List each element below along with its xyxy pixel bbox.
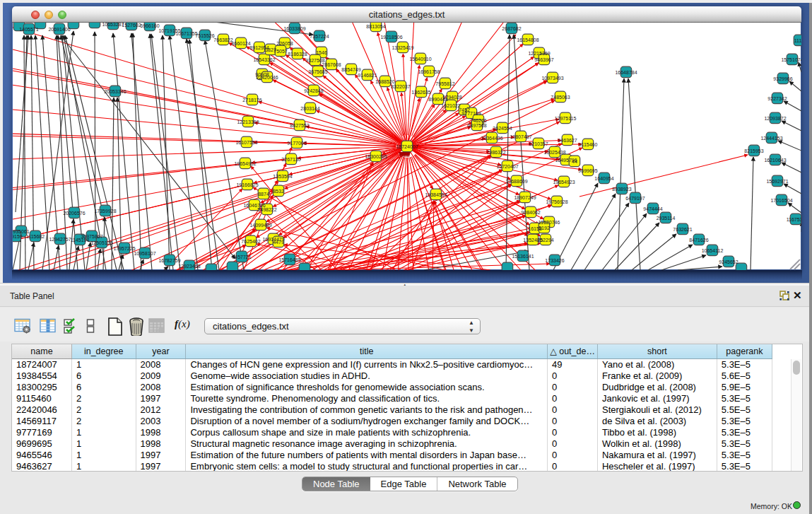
svg-text:18907249: 18907249 (514, 195, 536, 200)
svg-text:8215953: 8215953 (744, 148, 763, 153)
svg-text:16782759: 16782759 (158, 258, 180, 263)
svg-text:16961758: 16961758 (418, 69, 440, 74)
svg-text:9699695: 9699695 (578, 168, 597, 173)
svg-text:6479197: 6479197 (625, 196, 645, 201)
svg-text:15720407: 15720407 (496, 164, 518, 169)
svg-text:1546: 1546 (316, 50, 327, 55)
svg-text:15751074: 15751074 (781, 57, 801, 62)
svg-text:12444153: 12444153 (760, 136, 782, 141)
svg-text:8427552: 8427552 (290, 123, 309, 128)
svg-text:10958107: 10958107 (134, 251, 155, 256)
svg-text:6794028: 6794028 (442, 95, 461, 100)
svg-text:7663822: 7663822 (213, 37, 233, 42)
svg-text:1588520: 1588520 (375, 79, 394, 84)
svg-text:10671355: 10671355 (175, 31, 197, 36)
svg-text:20206576: 20206576 (63, 211, 85, 216)
svg-text:1167533: 1167533 (787, 217, 801, 222)
svg-text:8471626: 8471626 (689, 238, 708, 243)
svg-text:12213369: 12213369 (237, 119, 259, 124)
svg-text:3675685: 3675685 (308, 69, 327, 74)
svg-text:9463627: 9463627 (558, 138, 577, 143)
svg-text:7357224: 7357224 (310, 34, 329, 39)
svg-text:19166825: 19166825 (236, 182, 258, 187)
svg-text:4479: 4479 (273, 240, 284, 245)
svg-text:5192: 5192 (539, 226, 550, 230)
svg-text:16543362: 16543362 (253, 57, 275, 62)
svg-text:16107554: 16107554 (235, 140, 257, 145)
svg-text:44: 44 (572, 159, 577, 164)
svg-text:10653287: 10653287 (102, 23, 124, 27)
svg-text:6497568: 6497568 (467, 123, 486, 128)
svg-text:1353594: 1353594 (273, 174, 292, 179)
svg-text:2718176: 2718176 (242, 98, 261, 103)
svg-text:19218506: 19218506 (380, 35, 402, 40)
svg-text:935061: 935061 (13, 229, 29, 234)
svg-text:15640910: 15640910 (409, 57, 431, 62)
svg-text:9457721: 9457721 (232, 255, 251, 259)
svg-text:5498222: 5498222 (257, 207, 276, 212)
svg-text:9245652: 9245652 (719, 259, 738, 264)
svg-text:6966160: 6966160 (140, 23, 159, 28)
svg-text:9115460: 9115460 (579, 142, 598, 147)
svg-text:10807487: 10807487 (510, 134, 531, 139)
svg-text:18300295: 18300295 (365, 154, 387, 159)
svg-text:16648784: 16648784 (615, 70, 637, 75)
svg-text:19756928: 19756928 (546, 199, 567, 204)
svg-text:8532: 8532 (273, 189, 284, 194)
svg-text:8322037: 8322037 (391, 84, 410, 89)
svg-text:9474444: 9474444 (643, 206, 662, 211)
svg-text:9177006: 9177006 (287, 141, 306, 146)
svg-text:1733426: 1733426 (545, 258, 564, 263)
svg-text:2687682: 2687682 (502, 26, 521, 31)
svg-text:12942757: 12942757 (49, 237, 71, 242)
svg-text:1621022: 1621022 (441, 103, 460, 108)
svg-text:39159: 39159 (13, 234, 23, 239)
svg-text:7955812: 7955812 (435, 81, 454, 86)
svg-text:19384554: 19384554 (425, 192, 447, 197)
svg-text:12923468: 12923468 (178, 264, 200, 269)
svg-text:16154808: 16154808 (517, 37, 539, 42)
svg-text:7485063: 7485063 (551, 95, 570, 100)
svg-text:17957225: 17957225 (113, 246, 135, 251)
svg-text:1405571: 1405571 (19, 27, 38, 32)
svg-text:8874: 8874 (258, 192, 269, 197)
svg-text:30975867: 30975867 (81, 234, 102, 239)
svg-text:8813054: 8813054 (366, 24, 385, 29)
svg-text:19654952: 19654952 (234, 161, 256, 166)
svg-text:1640954: 1640954 (594, 176, 613, 181)
svg-text:20364436: 20364436 (481, 136, 502, 141)
svg-text:7986322: 7986322 (486, 150, 505, 155)
svg-text:252294: 252294 (537, 238, 553, 243)
svg-text:14099489: 14099489 (249, 223, 271, 228)
svg-text:12975115: 12975115 (555, 116, 577, 121)
svg-text:226058: 226058 (276, 41, 293, 46)
svg-text:9084062: 9084062 (521, 210, 540, 215)
svg-text:3267130: 3267130 (281, 157, 300, 162)
svg-text:16033809: 16033809 (283, 26, 305, 31)
svg-text:20691406: 20691406 (48, 27, 70, 32)
svg-text:18724007: 18724007 (396, 144, 418, 149)
svg-text:8854749: 8854749 (341, 67, 360, 72)
svg-text:75057: 75057 (273, 49, 288, 54)
svg-text:16210643: 16210643 (764, 158, 786, 163)
svg-text:8660124: 8660124 (231, 41, 250, 46)
svg-text:15716485: 15716485 (278, 257, 300, 262)
svg-text:746266: 746266 (470, 118, 486, 123)
svg-text:7632621: 7632621 (673, 227, 692, 232)
svg-text:19654923: 19654923 (553, 180, 575, 185)
svg-text:2867608: 2867608 (322, 62, 341, 67)
svg-text:3624554: 3624554 (493, 126, 512, 131)
svg-text:9329966: 9329966 (773, 76, 792, 81)
svg-text:9777169: 9777169 (461, 111, 481, 116)
svg-text:11620746: 11620746 (539, 220, 560, 225)
svg-text:15692971: 15692971 (766, 179, 788, 184)
svg-text:10025438: 10025438 (543, 150, 565, 155)
svg-text:10688609: 10688609 (505, 179, 527, 184)
svg-text:9227342: 9227342 (767, 96, 787, 101)
svg-text:17016504: 17016504 (770, 198, 792, 203)
svg-text:9242848: 9242848 (304, 88, 323, 93)
svg-text:10654112: 10654112 (702, 248, 724, 253)
svg-text:9463967: 9463967 (534, 57, 553, 62)
svg-text:12215369: 12215369 (528, 51, 550, 56)
svg-text:22420046: 22420046 (256, 75, 278, 80)
